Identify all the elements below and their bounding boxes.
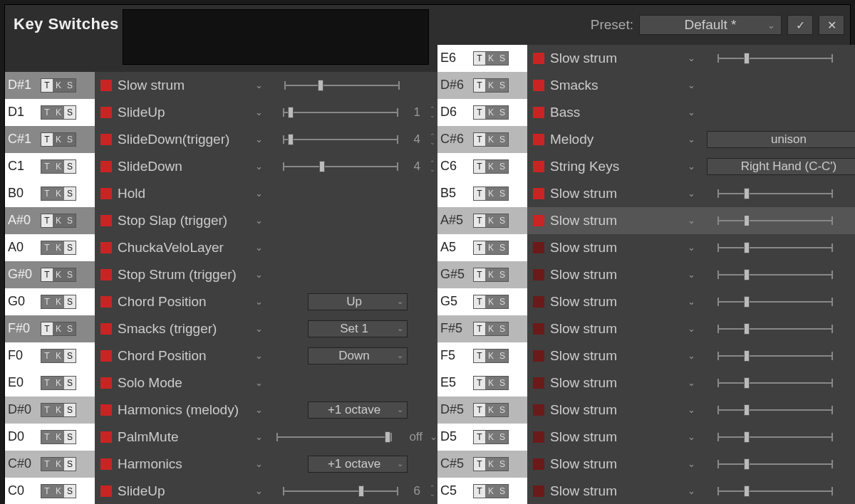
- tks-s[interactable]: S: [64, 485, 76, 498]
- articulation-dropdown[interactable]: ⌄: [255, 80, 263, 90]
- enable-indicator[interactable]: [533, 350, 544, 362]
- tks-k[interactable]: K: [53, 79, 64, 92]
- key-cell[interactable]: B0TKS: [5, 180, 95, 207]
- tks-toggle[interactable]: TKS: [41, 241, 76, 255]
- tks-t[interactable]: T: [41, 79, 53, 92]
- key-cell[interactable]: E5TKS: [437, 369, 527, 397]
- articulation-dropdown[interactable]: ⌄: [688, 80, 695, 90]
- tks-s[interactable]: S: [497, 295, 508, 308]
- tks-s[interactable]: S: [497, 377, 508, 389]
- tks-k[interactable]: K: [485, 79, 497, 92]
- tks-s[interactable]: S: [64, 268, 76, 281]
- enable-indicator[interactable]: [533, 323, 544, 335]
- enable-indicator[interactable]: [533, 431, 544, 443]
- value-slider[interactable]: [715, 486, 835, 496]
- key-cell[interactable]: D5TKS: [437, 424, 527, 451]
- tks-s[interactable]: S: [64, 79, 76, 92]
- tks-t[interactable]: T: [41, 295, 53, 308]
- key-cell[interactable]: A0TKS: [5, 234, 95, 261]
- tks-s[interactable]: S: [497, 133, 508, 146]
- enable-indicator[interactable]: [533, 215, 544, 226]
- tks-toggle[interactable]: TKS: [473, 322, 509, 336]
- tks-t[interactable]: T: [41, 133, 53, 146]
- enable-indicator[interactable]: [100, 269, 112, 280]
- key-cell[interactable]: F5TKS: [437, 342, 527, 369]
- articulation-dropdown[interactable]: ⌄: [688, 458, 695, 469]
- tks-k[interactable]: K: [53, 106, 64, 119]
- tks-t[interactable]: T: [41, 214, 53, 227]
- param-dropdown[interactable]: +1 octave⌄: [308, 456, 408, 473]
- key-cell[interactable]: E6TKS: [437, 45, 527, 72]
- tks-toggle[interactable]: TKS: [41, 484, 76, 498]
- tks-k[interactable]: K: [485, 133, 497, 146]
- key-cell[interactable]: D1TKS: [5, 99, 95, 126]
- tks-s[interactable]: S: [64, 214, 76, 227]
- articulation-dropdown[interactable]: ⌄: [688, 188, 695, 199]
- tks-k[interactable]: K: [53, 377, 64, 389]
- preset-cancel-button[interactable]: ✕: [819, 15, 844, 35]
- preset-confirm-button[interactable]: ✓: [787, 15, 813, 35]
- tks-t[interactable]: T: [41, 458, 53, 471]
- tks-t[interactable]: T: [41, 268, 53, 281]
- value-slider[interactable]: [715, 53, 835, 63]
- tks-toggle[interactable]: TKS: [41, 376, 76, 390]
- tks-t[interactable]: T: [474, 214, 485, 227]
- spinner-down[interactable]: ⌄: [428, 112, 437, 119]
- enable-indicator[interactable]: [100, 134, 112, 145]
- spinner-down[interactable]: ⌄: [428, 140, 437, 146]
- key-cell[interactable]: D0TKS: [5, 424, 95, 451]
- tks-k[interactable]: K: [485, 187, 497, 200]
- tks-k[interactable]: K: [53, 404, 64, 416]
- spinner[interactable]: ⌃⌄: [428, 133, 437, 146]
- articulation-dropdown[interactable]: ⌄: [255, 350, 263, 361]
- tks-k[interactable]: K: [53, 268, 64, 281]
- tks-k[interactable]: K: [485, 377, 497, 389]
- tks-k[interactable]: K: [53, 431, 64, 443]
- tks-k[interactable]: K: [53, 458, 64, 471]
- tks-t[interactable]: T: [41, 160, 53, 173]
- param-dropdown[interactable]: Set 1⌄: [308, 320, 408, 337]
- key-cell[interactable]: C1TKS: [5, 153, 95, 180]
- tks-toggle[interactable]: TKS: [473, 376, 509, 390]
- key-cell[interactable]: G5TKS: [437, 288, 527, 315]
- key-cell[interactable]: G#0TKS: [5, 261, 95, 288]
- tks-t[interactable]: T: [474, 458, 485, 471]
- articulation-dropdown[interactable]: ⌄: [688, 53, 695, 63]
- tks-t[interactable]: T: [474, 160, 485, 173]
- enable-indicator[interactable]: [100, 323, 112, 335]
- enable-indicator[interactable]: [100, 215, 112, 226]
- value-slider[interactable]: [282, 80, 402, 90]
- tks-toggle[interactable]: TKS: [41, 132, 76, 147]
- key-cell[interactable]: C6TKS: [437, 153, 527, 180]
- tks-k[interactable]: K: [53, 133, 64, 146]
- value-slider[interactable]: [715, 378, 835, 388]
- key-cell[interactable]: C#1TKS: [5, 126, 95, 153]
- key-cell[interactable]: A#5TKS: [437, 207, 527, 234]
- key-cell[interactable]: D6TKS: [437, 99, 527, 126]
- tks-toggle[interactable]: TKS: [41, 403, 76, 417]
- tks-s[interactable]: S: [497, 431, 508, 443]
- tks-toggle[interactable]: TKS: [473, 187, 509, 201]
- tks-t[interactable]: T: [41, 241, 53, 254]
- tks-s[interactable]: S: [497, 485, 508, 498]
- enable-indicator[interactable]: [533, 485, 544, 497]
- value-slider[interactable]: [281, 486, 400, 496]
- tks-s[interactable]: S: [497, 214, 508, 227]
- articulation-dropdown[interactable]: ⌄: [255, 404, 263, 415]
- tks-toggle[interactable]: TKS: [41, 187, 76, 201]
- tks-toggle[interactable]: TKS: [41, 105, 76, 120]
- tks-t[interactable]: T: [474, 268, 485, 281]
- articulation-dropdown[interactable]: ⌄: [688, 161, 695, 172]
- tks-s[interactable]: S: [497, 404, 508, 416]
- spinner[interactable]: ⌃⌄: [428, 106, 437, 119]
- tks-k[interactable]: K: [485, 458, 497, 471]
- tks-t[interactable]: T: [474, 295, 485, 308]
- tks-t[interactable]: T: [474, 485, 485, 498]
- articulation-dropdown[interactable]: ⌄: [255, 296, 263, 307]
- tks-toggle[interactable]: TKS: [41, 349, 76, 363]
- tks-s[interactable]: S: [64, 431, 76, 443]
- tks-s[interactable]: S: [497, 322, 508, 335]
- tks-t[interactable]: T: [474, 322, 485, 335]
- tks-s[interactable]: S: [497, 350, 508, 362]
- enable-indicator[interactable]: [533, 107, 544, 118]
